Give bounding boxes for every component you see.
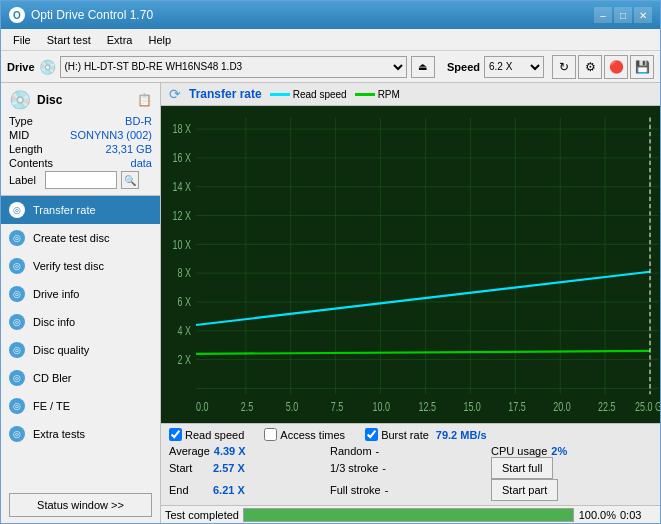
nav-fe-te-label: FE / TE bbox=[33, 400, 70, 412]
app-window: O Opti Drive Control 1.70 – □ ✕ File Sta… bbox=[0, 0, 661, 524]
label-input-field[interactable] bbox=[45, 171, 117, 189]
nav-disc-quality[interactable]: ◎ Disc quality bbox=[1, 336, 160, 364]
nav-cd-bler-label: CD Bler bbox=[33, 372, 72, 384]
refresh-button[interactable]: ↻ bbox=[552, 55, 576, 79]
menubar: File Start test Extra Help bbox=[1, 29, 660, 51]
main-content: 💿 Disc 📋 Type BD-R MID SONYNN3 (002) Len… bbox=[1, 83, 660, 523]
speed-label: Speed bbox=[447, 61, 480, 73]
average-label: Average bbox=[169, 445, 210, 457]
filter-button[interactable]: 🔴 bbox=[604, 55, 628, 79]
drive-icon: 💿 bbox=[39, 59, 56, 75]
progress-time: 0:03 bbox=[620, 509, 656, 521]
progress-bar-container: Test completed 100.0% 0:03 bbox=[161, 505, 660, 523]
checkbox-burst-rate: Burst rate 79.2 MB/s bbox=[365, 428, 486, 441]
titlebar: O Opti Drive Control 1.70 – □ ✕ bbox=[1, 1, 660, 29]
type-value: BD-R bbox=[125, 115, 152, 127]
start-full-container: Start full bbox=[491, 457, 652, 479]
svg-text:8 X: 8 X bbox=[177, 266, 191, 280]
create-test-disc-icon: ◎ bbox=[9, 230, 25, 246]
nav-disc-info-label: Disc info bbox=[33, 316, 75, 328]
random-label: Random bbox=[330, 445, 372, 457]
start-part-container: Start part bbox=[491, 479, 652, 501]
full-stroke-label: Full stroke bbox=[330, 484, 381, 496]
nav-verify-test-disc[interactable]: ◎ Verify test disc bbox=[1, 252, 160, 280]
progress-percent: 100.0% bbox=[578, 509, 616, 521]
chart-icon: ⟳ bbox=[169, 86, 181, 102]
svg-text:2 X: 2 X bbox=[177, 352, 191, 366]
end-value: 6.21 X bbox=[213, 484, 253, 496]
nav-create-test-disc[interactable]: ◎ Create test disc bbox=[1, 224, 160, 252]
drive-label: Drive bbox=[7, 61, 35, 73]
status-window-button[interactable]: Status window >> bbox=[9, 493, 152, 517]
random-value: - bbox=[376, 445, 406, 457]
chart-graph: 18 X 16 X 14 X 12 X 10 X 8 X 6 X 4 X 2 X… bbox=[161, 106, 660, 423]
stat-cpu: CPU usage 2% bbox=[491, 445, 652, 457]
svg-text:5.0: 5.0 bbox=[286, 400, 298, 414]
settings-button[interactable]: ⚙ bbox=[578, 55, 602, 79]
legend-read-speed: Read speed bbox=[270, 89, 347, 100]
checkbox-burst-rate-input[interactable] bbox=[365, 428, 378, 441]
menu-file[interactable]: File bbox=[5, 32, 39, 48]
progress-bar-outer bbox=[243, 508, 574, 522]
label-browse-button[interactable]: 🔍 bbox=[121, 171, 139, 189]
end-label: End bbox=[169, 484, 209, 496]
svg-text:10 X: 10 X bbox=[172, 237, 191, 251]
svg-text:12.5: 12.5 bbox=[418, 400, 435, 414]
type-label: Type bbox=[9, 115, 33, 127]
menu-extra[interactable]: Extra bbox=[99, 32, 141, 48]
svg-rect-0 bbox=[161, 106, 660, 423]
checkbox-access-times-input[interactable] bbox=[264, 428, 277, 441]
nav-disc-quality-label: Disc quality bbox=[33, 344, 89, 356]
svg-text:16 X: 16 X bbox=[172, 151, 191, 165]
checkbox-access-times-label: Access times bbox=[280, 429, 345, 441]
svg-text:0.0: 0.0 bbox=[196, 400, 208, 414]
nav-create-test-disc-label: Create test disc bbox=[33, 232, 109, 244]
start-part-button[interactable]: Start part bbox=[491, 479, 558, 501]
stat-end: End 6.21 X bbox=[169, 479, 330, 501]
checkbox-read-speed-input[interactable] bbox=[169, 428, 182, 441]
disc-icon: 💿 bbox=[9, 89, 31, 111]
disc-type-row: Type BD-R bbox=[9, 115, 152, 127]
drive-dropdown[interactable]: (H:) HL-DT-ST BD-RE WH16NS48 1.D3 bbox=[60, 56, 407, 78]
close-button[interactable]: ✕ bbox=[634, 7, 652, 23]
svg-text:10.0: 10.0 bbox=[373, 400, 390, 414]
start-full-button[interactable]: Start full bbox=[491, 457, 553, 479]
menu-start-test[interactable]: Start test bbox=[39, 32, 99, 48]
nav-extra-tests[interactable]: ◎ Extra tests bbox=[1, 420, 160, 448]
nav-verify-test-disc-label: Verify test disc bbox=[33, 260, 104, 272]
nav-cd-bler[interactable]: ◎ CD Bler bbox=[1, 364, 160, 392]
disc-panel: 💿 Disc 📋 Type BD-R MID SONYNN3 (002) Len… bbox=[1, 83, 160, 196]
menu-help[interactable]: Help bbox=[140, 32, 179, 48]
legend-read-speed-label: Read speed bbox=[293, 89, 347, 100]
status-text: Test completed bbox=[165, 509, 239, 521]
svg-text:2.5: 2.5 bbox=[241, 400, 253, 414]
verify-test-disc-icon: ◎ bbox=[9, 258, 25, 274]
extra-tests-icon: ◎ bbox=[9, 426, 25, 442]
nav-fe-te[interactable]: ◎ FE / TE bbox=[1, 392, 160, 420]
checkbox-access-times: Access times bbox=[264, 428, 345, 441]
disc-extras-icon: 📋 bbox=[137, 93, 152, 107]
app-title: Opti Drive Control 1.70 bbox=[31, 8, 153, 22]
legend-read-speed-color bbox=[270, 93, 290, 96]
speed-dropdown[interactable]: 6.2 X Max 4.0 X 2.0 X bbox=[484, 56, 544, 78]
fe-te-icon: ◎ bbox=[9, 398, 25, 414]
maximize-button[interactable]: □ bbox=[614, 7, 632, 23]
save-button[interactable]: 💾 bbox=[630, 55, 654, 79]
disc-length-row: Length 23,31 GB bbox=[9, 143, 152, 155]
content-panel: ⟳ Transfer rate Read speed RPM bbox=[161, 83, 660, 523]
svg-text:20.0: 20.0 bbox=[553, 400, 570, 414]
length-value: 23,31 GB bbox=[106, 143, 152, 155]
one-third-value: - bbox=[382, 462, 422, 474]
eject-button[interactable]: ⏏ bbox=[411, 56, 435, 78]
svg-text:6 X: 6 X bbox=[177, 295, 191, 309]
stats-rows: Average 4.39 X Random - CPU usage 2% Sta… bbox=[169, 445, 652, 501]
cpu-label: CPU usage bbox=[491, 445, 547, 457]
chart-svg: 18 X 16 X 14 X 12 X 10 X 8 X 6 X 4 X 2 X… bbox=[161, 106, 660, 423]
drive-toolbar: Drive 💿 (H:) HL-DT-ST BD-RE WH16NS48 1.D… bbox=[1, 51, 660, 83]
mid-value: SONYNN3 (002) bbox=[70, 129, 152, 141]
nav-transfer-rate-label: Transfer rate bbox=[33, 204, 96, 216]
minimize-button[interactable]: – bbox=[594, 7, 612, 23]
nav-drive-info[interactable]: ◎ Drive info bbox=[1, 280, 160, 308]
nav-disc-info[interactable]: ◎ Disc info bbox=[1, 308, 160, 336]
nav-transfer-rate[interactable]: ◎ Transfer rate bbox=[1, 196, 160, 224]
